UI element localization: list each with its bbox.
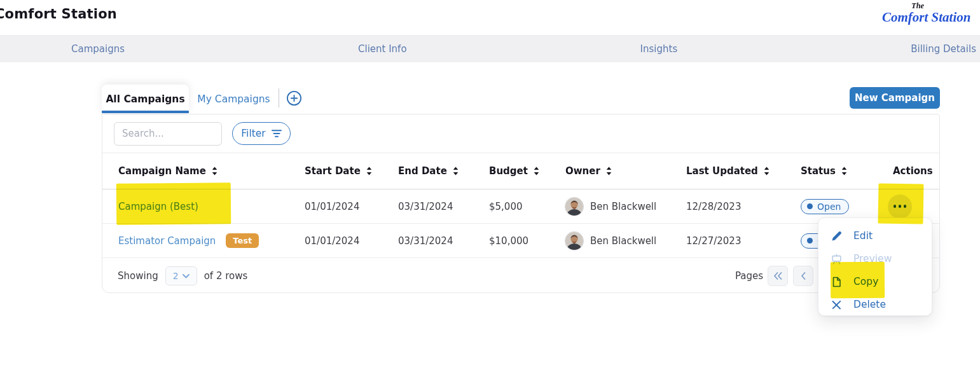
menu-item-edit[interactable]: Edit xyxy=(818,224,932,247)
of-rows-label: of 2 rows xyxy=(204,270,248,282)
filter-button[interactable]: Filter xyxy=(232,122,291,145)
table-footer: Showing 2 of 2 rows Pages xyxy=(102,258,939,294)
copy-icon xyxy=(831,277,842,287)
app-root: Comfort Station The Comfort Station Camp… xyxy=(0,0,980,370)
header: Comfort Station The Comfort Station xyxy=(0,0,980,35)
budget-cell: $10,000 xyxy=(489,235,565,247)
test-badge: Test xyxy=(226,233,259,249)
campaigns-card: Filter Campaign Name Start Date End Date… xyxy=(102,114,940,293)
page-title: Comfort Station xyxy=(0,6,117,22)
sort-icon xyxy=(764,167,770,175)
table-row: Estimator Campaign Test 01/01/2024 03/31… xyxy=(102,224,939,258)
menu-item-delete[interactable]: Delete xyxy=(818,293,932,316)
start-date-cell: 01/01/2024 xyxy=(305,235,398,247)
rows-per-page-select[interactable]: 2 xyxy=(165,266,197,285)
filter-lines-icon xyxy=(272,129,282,138)
add-tab-button[interactable] xyxy=(286,90,302,106)
row-actions-menu: Edit Preview Copy Delete xyxy=(818,217,932,316)
status-dot-icon xyxy=(807,238,813,243)
column-header-status[interactable]: Status xyxy=(801,165,893,177)
chevron-down-icon xyxy=(183,274,190,278)
nav-item-insights[interactable]: Insights xyxy=(640,43,678,55)
first-page-button[interactable] xyxy=(768,266,788,286)
column-header-owner[interactable]: Owner xyxy=(565,165,686,177)
sort-icon xyxy=(841,167,847,175)
tab-my-campaigns[interactable]: My Campaigns xyxy=(190,85,277,113)
chevron-left-icon xyxy=(801,272,806,280)
sort-icon xyxy=(212,167,217,175)
sort-icon xyxy=(606,167,612,175)
status-badge: Open xyxy=(801,199,849,214)
column-header-budget[interactable]: Budget xyxy=(489,165,565,177)
nav-item-campaigns[interactable]: Campaigns xyxy=(71,43,125,55)
tab-all-campaigns[interactable]: All Campaigns xyxy=(102,85,189,113)
avatar xyxy=(565,232,583,250)
start-date-cell: 01/01/2024 xyxy=(305,201,398,212)
column-header-actions: Actions xyxy=(893,165,939,177)
brand-logo: The Comfort Station xyxy=(882,2,980,25)
main-nav: Campaigns Client Info Insights Billing D… xyxy=(0,35,980,62)
last-updated-cell: 12/27/2023 xyxy=(686,235,801,247)
column-header-start-date[interactable]: Start Date xyxy=(305,165,398,177)
campaign-name-link[interactable]: Campaign (Best) xyxy=(118,201,198,212)
active-tab-underline xyxy=(102,111,189,113)
plus-circle-icon xyxy=(286,90,302,106)
end-date-cell: 03/31/2024 xyxy=(398,201,489,212)
menu-item-preview[interactable]: Preview xyxy=(818,247,932,270)
sort-icon xyxy=(453,167,459,175)
previous-page-button[interactable] xyxy=(793,266,813,286)
table-row: Campaign (Best) 01/01/2024 03/31/2024 $5… xyxy=(102,189,939,224)
pages-label: Pages xyxy=(735,270,763,282)
avatar xyxy=(565,198,583,216)
easel-icon xyxy=(831,254,842,264)
double-chevron-left-icon xyxy=(773,272,782,280)
new-campaign-button[interactable]: New Campaign xyxy=(850,87,940,109)
row-actions-button[interactable] xyxy=(888,195,912,219)
brand-logo-main: Comfort Station xyxy=(882,10,980,25)
menu-item-copy[interactable]: Copy xyxy=(818,270,932,293)
status-dot-icon xyxy=(807,203,813,209)
column-header-last-updated[interactable]: Last Updated xyxy=(686,165,801,177)
budget-cell: $5,000 xyxy=(489,201,565,212)
last-updated-cell: 12/28/2023 xyxy=(686,201,801,212)
column-header-end-date[interactable]: End Date xyxy=(398,165,489,177)
x-icon xyxy=(831,299,842,310)
campaign-name-link[interactable]: Estimator Campaign xyxy=(118,235,216,247)
pencil-icon xyxy=(831,231,842,242)
ellipsis-icon xyxy=(894,205,897,208)
nav-item-client-info[interactable]: Client Info xyxy=(358,43,407,55)
filter-button-label: Filter xyxy=(241,128,265,139)
table-header-row: Campaign Name Start Date End Date Budget… xyxy=(102,153,939,189)
nav-item-billing-details[interactable]: Billing Details xyxy=(911,43,976,55)
owner-name: Ben Blackwell xyxy=(590,235,656,247)
tab-divider xyxy=(279,88,279,107)
search-input[interactable] xyxy=(114,122,222,146)
owner-name: Ben Blackwell xyxy=(590,201,656,212)
sort-icon xyxy=(534,167,539,175)
column-header-campaign-name[interactable]: Campaign Name xyxy=(118,165,305,177)
table-toolbar: Filter xyxy=(102,114,939,153)
showing-label: Showing xyxy=(118,270,158,282)
sort-icon xyxy=(366,167,372,175)
end-date-cell: 03/31/2024 xyxy=(398,235,489,247)
